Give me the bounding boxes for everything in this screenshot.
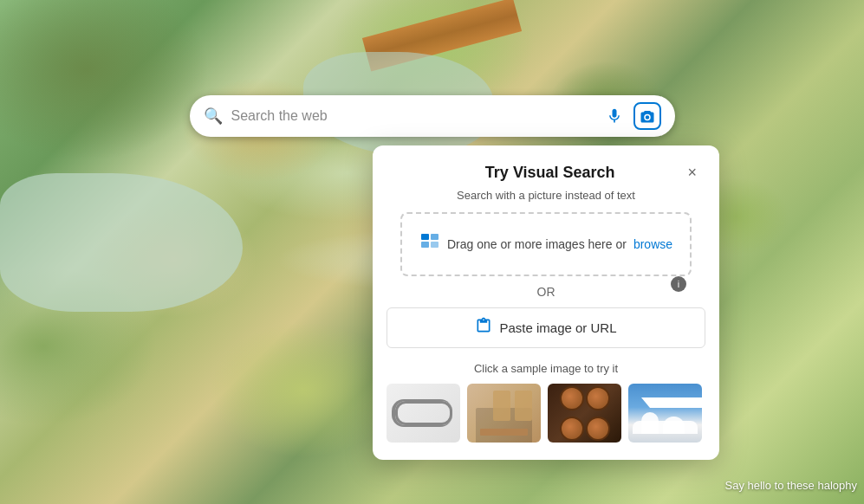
drag-icon xyxy=(419,231,440,257)
modal-header: Try Visual Search × xyxy=(373,145,719,189)
camera-search-icon xyxy=(640,108,655,124)
mic-button[interactable] xyxy=(602,104,627,128)
drop-zone[interactable]: Drag one or more images here or browse xyxy=(400,212,692,276)
sample-images-label: Click a sample image to try it xyxy=(373,348,719,384)
or-divider: OR xyxy=(373,276,719,307)
sample-image-coffee[interactable] xyxy=(548,384,621,443)
sample-image-dining[interactable] xyxy=(467,384,541,443)
svg-rect-2 xyxy=(421,242,429,248)
search-input[interactable] xyxy=(231,108,594,124)
paste-icon xyxy=(475,317,492,339)
svg-rect-3 xyxy=(431,242,438,248)
modal-title: Try Visual Search xyxy=(414,164,685,182)
svg-rect-0 xyxy=(421,234,429,240)
paste-url-button[interactable]: Paste image or URL xyxy=(387,307,705,348)
drag-text: Drag one or more images here or xyxy=(447,237,627,251)
coffee-cup-1 xyxy=(560,386,584,410)
search-actions xyxy=(602,102,661,130)
drop-zone-wrapper: Drag one or more images here or browse i xyxy=(387,212,705,276)
coffee-cup-4 xyxy=(586,417,610,441)
mic-icon xyxy=(606,107,623,125)
search-bar-container: 🔍 xyxy=(190,95,675,137)
sydney-thumb xyxy=(628,384,702,443)
coffee-thumb xyxy=(548,384,621,443)
bottom-text: Say hello to these halophy xyxy=(718,475,865,495)
visual-search-modal: Try Visual Search × Search with a pictur… xyxy=(373,145,719,460)
modal-close-button[interactable]: × xyxy=(685,163,698,182)
drop-zone-content: Drag one or more images here or browse xyxy=(416,231,676,257)
sunglasses-thumb xyxy=(387,384,460,443)
svg-rect-1 xyxy=(431,234,438,240)
coffee-cup-2 xyxy=(586,386,610,410)
search-bar: 🔍 xyxy=(190,95,675,137)
search-icon: 🔍 xyxy=(204,107,223,126)
sample-image-sydney[interactable] xyxy=(628,384,702,443)
visual-search-button[interactable] xyxy=(633,102,661,130)
dining-thumb xyxy=(467,384,541,443)
paste-url-label: Paste image or URL xyxy=(499,320,616,335)
browse-link[interactable]: browse xyxy=(633,237,672,251)
modal-subtitle: Search with a picture instead of text xyxy=(373,189,719,212)
info-icon[interactable]: i xyxy=(671,276,686,292)
sample-image-sunglasses[interactable] xyxy=(387,384,460,443)
coffee-cup-3 xyxy=(560,417,584,441)
sample-images-row xyxy=(373,384,719,443)
